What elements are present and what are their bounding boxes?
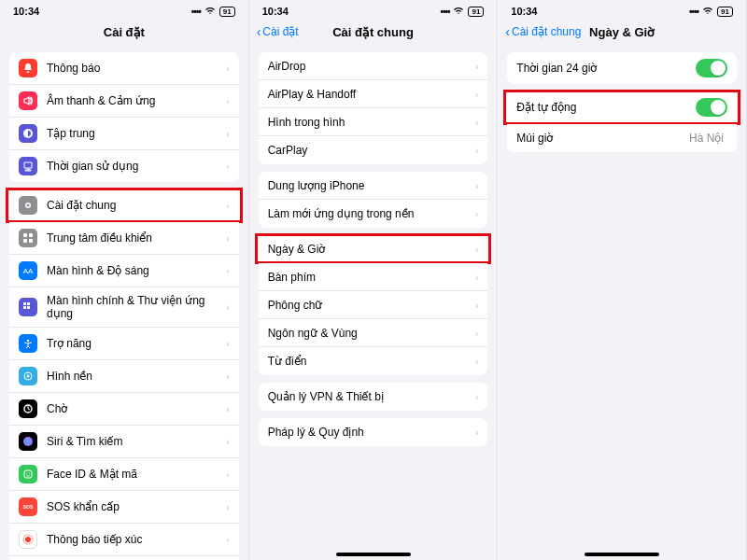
row-label: Hình nền [47,370,226,383]
chevron-right-icon: › [226,200,230,211]
controlcenter-icon [19,229,37,247]
settings-row[interactable]: Làm mới ứng dụng trong nền› [259,200,488,228]
row-label: SOS khẩn cấp [47,500,226,513]
settings-row[interactable]: Pin› [9,556,239,560]
settings-row[interactable]: Màn hình chính & Thư viện ứng dụng› [9,287,239,328]
settings-row[interactable]: Ngày & Giờ› [259,235,488,263]
settings-row[interactable]: CarPlay› [259,136,488,164]
home-indicator[interactable] [585,553,659,556]
settings-row[interactable]: Bàn phím› [259,263,488,291]
row-label: CarPlay [268,144,475,157]
settings-row[interactable]: Trợ năng› [9,328,239,360]
chevron-right-icon: › [226,95,230,106]
chevron-right-icon: › [475,117,479,128]
toggle-on-icon[interactable] [696,59,727,77]
row-label: Tập trung [47,127,226,140]
chevron-right-icon: › [226,301,230,313]
row-label: Chờ [47,402,226,415]
chevron-right-icon: › [226,501,230,512]
svg-point-16 [29,473,30,474]
chevron-right-icon: › [475,89,479,100]
signal-icon: •••• [191,7,201,17]
row-label: Quản lý VPN & Thiết bị [268,390,475,403]
settings-row[interactable]: Thông báo› [9,52,239,85]
svg-rect-2 [23,239,27,243]
battery-icon: 91 [219,7,235,17]
back-label: Cài đặt chung [512,25,581,38]
row-set-automatically[interactable]: Đặt tự động [507,91,737,124]
standby-icon [19,399,37,418]
chevron-right-icon: › [226,534,230,545]
settings-row[interactable]: Quản lý VPN & Thiết bị› [259,383,488,411]
display-icon: AA [19,261,37,280]
row-value: Hà Nội [689,132,724,145]
row-label: Dung lượng iPhone [268,179,475,192]
settings-row[interactable]: Face ID & Mật mã› [9,458,239,491]
status-bar: 10:34 •••• 91 [0,0,248,19]
chevron-right-icon: › [226,63,230,74]
svg-rect-8 [27,306,30,309]
settings-row[interactable]: Siri & Tìm kiếm› [9,426,239,458]
nav-bar: ‹ Cài đặt chung Ngày & Giờ [498,19,746,45]
chevron-right-icon: › [475,356,479,367]
settings-row[interactable]: Hình trong hình› [259,108,488,136]
settings-row[interactable]: AirDrop› [259,52,488,80]
settings-row[interactable]: Chờ› [9,393,239,426]
chevron-right-icon: › [475,145,479,156]
chevron-right-icon: › [475,328,479,339]
settings-row[interactable]: AAMàn hình & Độ sáng› [9,255,239,287]
chevron-right-icon: › [475,391,479,402]
settings-row[interactable]: Từ điển› [259,347,488,375]
settings-row[interactable]: SOSSOS khẩn cấp› [9,491,239,524]
settings-row[interactable]: AirPlay & Handoff› [259,80,488,108]
signal-icon: •••• [689,7,698,17]
homescreen-icon [19,298,37,316]
home-indicator[interactable] [336,553,411,556]
settings-row[interactable]: Phông chữ› [259,291,488,319]
chevron-right-icon: › [226,469,230,480]
back-button[interactable]: ‹ Cài đặt [257,24,299,39]
nav-bar: Cài đặt [0,19,248,45]
row-label: Thông báo [47,62,226,75]
row-label: Múi giờ [516,132,689,145]
battery-icon: 91 [717,7,733,17]
nav-bar: ‹ Cài đặt Cài đặt chung [249,19,498,45]
back-button[interactable]: ‹ Cài đặt chung [505,24,581,39]
settings-row[interactable]: Trung tâm điều khiển› [9,222,239,255]
settings-row[interactable]: Dung lượng iPhone› [259,172,488,200]
row-timezone[interactable]: Múi giờ Hà Nội [507,124,737,152]
wifi-icon [702,6,713,17]
settings-row[interactable]: Thông báo tiếp xúc› [9,524,239,556]
row-label: Màn hình chính & Thư viện ứng dụng [47,294,226,320]
settings-row[interactable]: Thời gian sử dụng› [9,150,239,182]
battery-icon: 91 [468,7,484,17]
svg-point-9 [27,340,29,342]
status-bar: 10:34 •••• 91 [498,0,746,19]
settings-row[interactable]: Hình nền› [9,360,239,393]
settings-row[interactable]: Cài đặt chung› [9,189,239,222]
chevron-right-icon: › [226,371,230,382]
sound-icon [19,91,37,110]
settings-row[interactable]: Âm thanh & Cảm ứng› [9,85,239,118]
wifi-icon [204,6,216,17]
chevron-right-icon: › [475,180,479,191]
chevron-right-icon: › [475,300,479,311]
settings-row[interactable]: Ngôn ngữ & Vùng› [259,319,488,347]
focus-icon [19,124,37,143]
toggle-on-icon[interactable] [696,98,727,117]
row-24hour[interactable]: Thời gian 24 giờ [507,52,737,84]
datetime-section-2: Đặt tự động Múi giờ Hà Nội [507,91,737,152]
svg-point-18 [25,537,31,542]
gear-icon [19,196,37,215]
settings-row[interactable]: Pháp lý & Quy định› [259,418,488,446]
datetime-section-1: Thời gian 24 giờ [507,52,737,84]
chevron-right-icon: › [226,265,230,276]
chevron-right-icon: › [475,244,479,255]
general-section-3: Ngày & Giờ›Bàn phím›Phông chữ›Ngôn ngữ &… [259,235,488,375]
general-section-2: Dung lượng iPhone›Làm mới ứng dụng trong… [259,172,488,228]
general-section-4: Quản lý VPN & Thiết bị› [259,383,488,411]
settings-row[interactable]: Tập trung› [9,118,239,150]
row-label: Ngày & Giờ [268,243,475,256]
chevron-right-icon: › [226,128,230,139]
row-label: Đặt tự động [516,101,696,114]
